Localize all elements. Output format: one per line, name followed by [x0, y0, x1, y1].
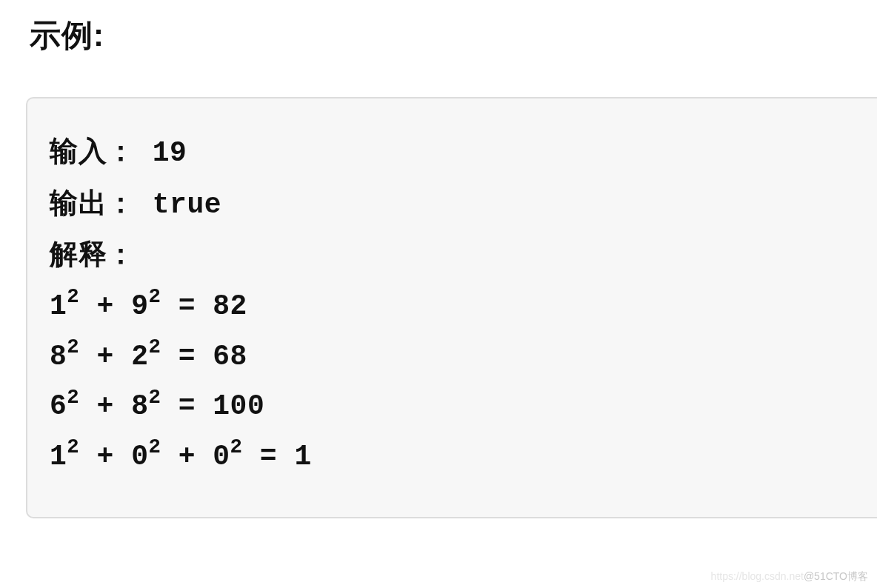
watermark: https://blog.csdn.net@51CTO博客	[711, 570, 868, 584]
output-label: 输出：	[50, 187, 136, 218]
explanation-line: 12 + 02 + 02 = 1	[50, 432, 855, 482]
input-value: 19	[153, 137, 187, 169]
explanation-lines: 12 + 92 = 8282 + 22 = 6862 + 82 = 10012 …	[50, 281, 855, 482]
explanation-line: 82 + 22 = 68	[50, 332, 855, 382]
watermark-url: https://blog.csdn.net	[711, 570, 804, 582]
example-heading: 示例:	[30, 15, 877, 56]
input-line: 输入： 19	[50, 127, 855, 178]
explanation-line: 12 + 92 = 82	[50, 281, 855, 332]
explain-label-line: 解释：	[50, 230, 855, 281]
output-value: true	[153, 189, 221, 221]
output-line: 输出： true	[50, 178, 855, 230]
watermark-handle: @51CTO博客	[804, 570, 868, 582]
explain-label: 解释：	[50, 238, 136, 270]
explanation-line: 62 + 82 = 100	[50, 381, 855, 432]
input-label: 输入：	[50, 136, 136, 167]
example-code-block: 输入： 19 输出： true 解释： 12 + 92 = 8282 + 22 …	[26, 97, 877, 518]
